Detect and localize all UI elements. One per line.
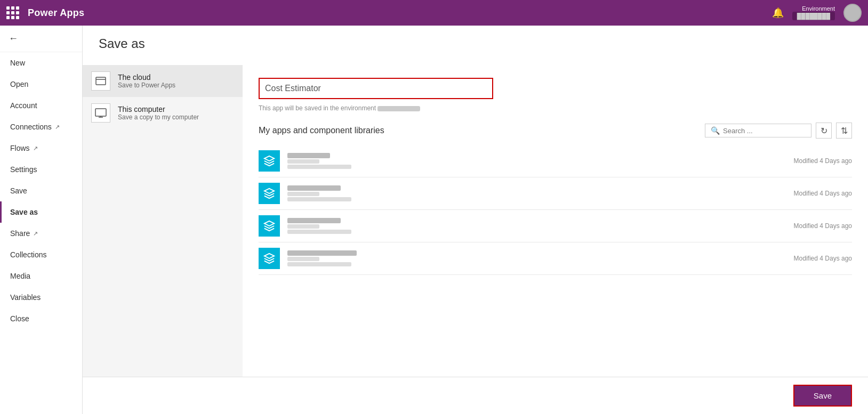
env-note: This app will be saved in the environmen… [259, 104, 852, 112]
sidebar-label-settings: Settings [10, 165, 37, 174]
sidebar-item-flows[interactable]: Flows ↗ [0, 137, 82, 159]
sidebar-item-new[interactable]: New [0, 52, 82, 74]
app-item-4[interactable]: Modified 4 Days ago [259, 242, 852, 275]
sidebar-item-media[interactable]: Media [0, 265, 82, 287]
app-info-1 [287, 153, 786, 169]
computer-icon [91, 103, 110, 123]
app-detail-blurred-3 [287, 230, 351, 234]
external-link-icon-flows: ↗ [33, 145, 38, 152]
sidebar-label-close: Close [10, 314, 29, 323]
app-name-blurred-4 [287, 250, 357, 256]
save-button[interactable]: Save [793, 385, 852, 407]
app-detail-blurred-4 [287, 262, 351, 266]
app-item-2[interactable]: Modified 4 Days ago [259, 177, 852, 210]
app-sub-blurred-3 [287, 224, 319, 229]
app-info-2 [287, 185, 786, 201]
sidebar-item-account[interactable]: Account [0, 95, 82, 116]
sidebar-label-account: Account [10, 101, 37, 110]
app-icon-3 [259, 215, 280, 237]
app-modified-2: Modified 4 Days ago [794, 190, 852, 197]
save-option-computer-title: This computer [118, 105, 199, 113]
app-detail-blurred-1 [287, 165, 351, 169]
content-area: Save as The cloud Save to Power Apps [83, 26, 868, 414]
save-option-cloud[interactable]: The cloud Save to Power Apps [83, 65, 243, 97]
sidebar-label-variables: Variables [10, 293, 41, 302]
sidebar-item-save[interactable]: Save [0, 180, 82, 201]
app-name-blurred-2 [287, 185, 341, 191]
sidebar: ← New Open Account Connections ↗ Flows ↗… [0, 26, 83, 414]
environment-selector[interactable]: Environment ████████ [792, 5, 835, 20]
app-info-4 [287, 250, 786, 266]
bell-icon[interactable]: 🔔 [772, 7, 784, 19]
sidebar-item-variables[interactable]: Variables [0, 287, 82, 308]
env-label: Environment [802, 5, 835, 12]
sidebar-label-media: Media [10, 272, 30, 280]
app-icon-1 [259, 150, 280, 172]
sidebar-label-open: Open [10, 80, 28, 88]
main-layout: ← New Open Account Connections ↗ Flows ↗… [0, 26, 868, 414]
topbar: Power Apps 🔔 Environment ████████ [0, 0, 868, 26]
page-title: Save as [99, 36, 852, 51]
env-blurred [377, 106, 420, 111]
sidebar-label-collections: Collections [10, 250, 46, 259]
apps-grid-icon[interactable] [6, 6, 19, 19]
sidebar-item-save-as[interactable]: Save as [0, 201, 82, 223]
my-apps-title: My apps and component libraries [259, 126, 384, 135]
content-header: Save as [83, 26, 868, 65]
save-bottom: Save [83, 377, 868, 414]
app-icon-2 [259, 183, 280, 204]
save-option-cloud-title: The cloud [118, 73, 175, 82]
app-info-3 [287, 218, 786, 234]
save-option-computer-subtitle: Save a copy to my computer [118, 113, 199, 121]
app-item-3[interactable]: Modified 4 Days ago [259, 210, 852, 242]
app-name-blurred-3 [287, 218, 341, 223]
sidebar-item-settings[interactable]: Settings [0, 159, 82, 180]
app-sub-blurred-4 [287, 257, 319, 261]
app-name-input[interactable] [259, 78, 493, 99]
search-icon: 🔍 [711, 126, 720, 135]
app-list: Modified 4 Days ago Modified 4 Days ago [259, 145, 852, 275]
search-input[interactable] [723, 127, 813, 135]
my-apps-header: My apps and component libraries 🔍 ↻ ⇅ [259, 123, 852, 139]
app-name-blurred-1 [287, 153, 330, 158]
app-icon-4 [259, 248, 280, 269]
search-box[interactable]: 🔍 [705, 124, 811, 137]
external-link-icon-share: ↗ [33, 230, 38, 237]
svg-rect-2 [95, 109, 106, 116]
sidebar-label-flows: Flows [10, 144, 30, 152]
user-avatar[interactable] [843, 4, 862, 22]
external-link-icon-connections: ↗ [55, 124, 60, 131]
sidebar-label-save-as: Save as [10, 208, 38, 216]
sidebar-label-share: Share [10, 229, 30, 238]
sidebar-label-save: Save [10, 186, 27, 195]
sidebar-label-new: New [10, 59, 25, 67]
cloud-icon [91, 71, 110, 91]
app-item-1[interactable]: Modified 4 Days ago [259, 145, 852, 177]
save-option-cloud-text: The cloud Save to Power Apps [118, 73, 175, 89]
my-apps-actions: 🔍 ↻ ⇅ [705, 123, 852, 139]
app-sub-blurred-2 [287, 192, 319, 196]
sidebar-item-collections[interactable]: Collections [0, 244, 82, 265]
app-modified-3: Modified 4 Days ago [794, 222, 852, 230]
sidebar-item-close[interactable]: Close [0, 308, 82, 329]
app-modified-4: Modified 4 Days ago [794, 255, 852, 262]
save-options-panel: The cloud Save to Power Apps This comput… [83, 65, 243, 377]
app-title: Power Apps [28, 7, 84, 19]
app-modified-1: Modified 4 Days ago [794, 157, 852, 165]
app-detail-blurred-2 [287, 197, 351, 201]
back-button[interactable]: ← [0, 26, 82, 52]
env-value: ████████ [792, 12, 835, 20]
sidebar-item-share[interactable]: Share ↗ [0, 223, 82, 244]
topbar-right: 🔔 Environment ████████ [772, 4, 862, 22]
save-option-computer[interactable]: This computer Save a copy to my computer [83, 97, 243, 129]
sidebar-item-connections[interactable]: Connections ↗ [0, 116, 82, 137]
sidebar-label-connections: Connections [10, 123, 52, 131]
app-sub-blurred-1 [287, 159, 319, 164]
save-dialog-body: The cloud Save to Power Apps This comput… [83, 65, 868, 377]
svg-rect-0 [96, 77, 106, 85]
sidebar-item-open[interactable]: Open [0, 74, 82, 95]
save-right-panel: This app will be saved in the environmen… [243, 65, 868, 377]
save-option-computer-text: This computer Save a copy to my computer [118, 105, 199, 121]
sort-button[interactable]: ⇅ [836, 123, 852, 139]
refresh-button[interactable]: ↻ [816, 123, 832, 139]
